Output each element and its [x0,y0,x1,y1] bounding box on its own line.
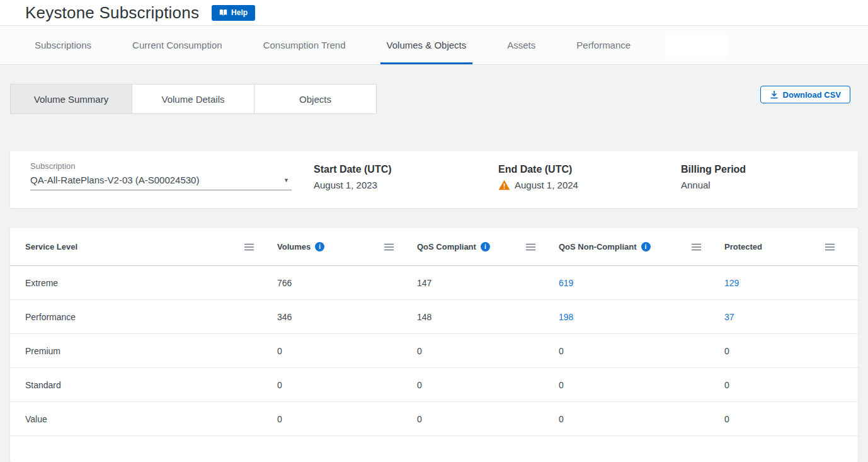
service-level-value: Standard [25,380,61,390]
table-cell: 0 [417,414,559,424]
table-row: Premium0000 [10,334,858,368]
column-menu-icon[interactable] [384,243,394,251]
column-label: QoS Compliant [417,242,476,251]
cell-value: 0 [417,380,422,390]
table-cell: 0 [277,414,417,424]
table-cell: 0 [559,414,724,424]
cell-value-link[interactable]: 37 [724,312,734,322]
tab-performance[interactable]: Performance [570,26,637,64]
cell-value: 0 [724,380,729,390]
billing-period-value: Annual [681,180,858,190]
table-cell: 129 [724,278,858,288]
table-header: Service Level Volumesi QoS Complianti Qo… [10,228,858,266]
subtab-row: Volume SummaryVolume DetailsObjects Down… [10,84,858,114]
column-label: Protected [724,242,762,251]
end-date-label: End Date (UTC) [498,164,681,175]
tab-volumes-objects[interactable]: Volumes & Objects [380,26,473,64]
subscription-panel: Subscription QA-All-RatePlans-V2-03 (A-S… [10,151,858,208]
download-icon [770,90,779,99]
topbar: Keystone Subscriptions Help [0,0,868,26]
table-cell: 0 [559,380,724,390]
table-cell: 766 [277,278,417,288]
subtab-group: Volume SummaryVolume DetailsObjects [10,84,377,114]
table-cell: 0 [417,346,559,356]
table-cell: Performance [25,312,277,322]
table-cell: 0 [724,380,858,390]
download-csv-label: Download CSV [783,90,841,100]
service-level-value: Performance [25,312,76,322]
table-cell: Standard [25,380,277,390]
table-cell: Extreme [25,278,277,288]
cell-value: 0 [559,380,564,390]
cell-value: 766 [277,278,292,288]
billing-period-label: Billing Period [681,164,858,175]
column-header: QoS Complianti [417,242,559,251]
column-label: Volumes [277,242,311,251]
cell-value: 0 [559,414,564,424]
tab-subscriptions[interactable]: Subscriptions [28,26,98,64]
cell-value: 0 [417,414,422,424]
download-csv-button[interactable]: Download CSV [760,86,850,103]
service-level-value: Premium [25,346,60,356]
table-cell: 147 [417,278,559,288]
column-menu-icon[interactable] [525,243,536,251]
info-icon[interactable]: i [315,242,324,251]
cell-value: 148 [417,312,431,322]
tab-bar: SubscriptionsCurrent ConsumptionConsumpt… [0,26,868,65]
cell-value: 0 [559,346,564,356]
table-cell: 0 [724,346,858,356]
info-icon[interactable]: i [481,242,490,251]
start-date-label: Start Date (UTC) [314,164,498,175]
page: Keystone Subscriptions Help Subscription… [0,0,868,462]
column-label: QoS Non-Compliant [559,242,637,251]
table-cell: 37 [724,312,858,322]
column-header: QoS Non-Complianti [559,242,724,251]
table-cell: Value [25,414,277,424]
cell-value: 0 [277,380,282,390]
help-button[interactable]: Help [212,5,255,21]
volumes-table: Service Level Volumesi QoS Complianti Qo… [10,228,858,462]
tab-blank[interactable] [665,35,728,56]
column-header: Protected [724,242,858,251]
cell-value: 346 [277,312,292,322]
end-date-field: End Date (UTC) August 1, 2024 [498,161,681,190]
table-cell: 0 [417,380,559,390]
warning-icon [498,180,510,190]
chevron-down-icon[interactable]: ▼ [283,177,292,183]
cell-value: 0 [277,414,282,424]
tab-assets[interactable]: Assets [501,26,542,64]
table-row: Extreme766147619129 [10,266,858,300]
tab-consumption-trend[interactable]: Consumption Trend [257,26,352,64]
cell-value: 0 [724,346,729,356]
billing-period-field: Billing Period Annual [681,161,858,190]
subscription-label: Subscription [30,161,292,171]
column-header: Service Level [25,242,277,251]
subscription-select[interactable]: Subscription QA-All-RatePlans-V2-03 (A-S… [30,161,292,190]
table-cell: 0 [277,380,417,390]
service-level-value: Extreme [25,278,58,288]
column-menu-icon[interactable] [691,243,702,251]
cell-value-link[interactable]: 619 [559,278,573,288]
table-cell: 346 [277,312,417,322]
cell-value-link[interactable]: 129 [724,278,739,288]
info-icon[interactable]: i [641,242,651,251]
start-date-value: August 1, 2023 [314,180,498,190]
table-row: Performance34614819837 [10,300,858,334]
start-date-field: Start Date (UTC) August 1, 2023 [314,161,498,190]
cell-value: 0 [277,346,282,356]
cell-value-link[interactable]: 198 [559,312,573,322]
column-menu-icon[interactable] [825,243,835,251]
tab-current-consumption[interactable]: Current Consumption [126,26,229,64]
end-date-value: August 1, 2024 [515,180,578,190]
table-cell: 198 [559,312,724,322]
service-level-value: Value [25,414,47,424]
subtab-volume-details[interactable]: Volume Details [132,84,254,114]
column-menu-icon[interactable] [244,243,254,251]
table-cell: 0 [559,346,724,356]
column-header: Volumesi [277,242,417,251]
subtab-volume-summary[interactable]: Volume Summary [10,84,132,114]
content: Volume SummaryVolume DetailsObjects Down… [0,65,868,462]
subscription-value: QA-All-RatePlans-V2-03 (A-S00024530) [30,175,199,185]
subtab-objects[interactable]: Objects [254,84,377,114]
help-button-label: Help [231,8,248,17]
